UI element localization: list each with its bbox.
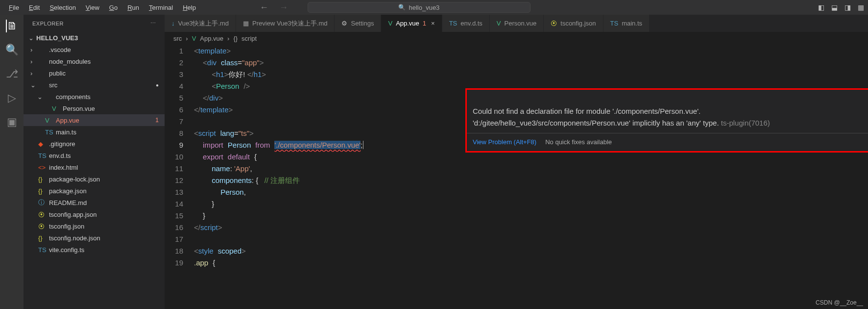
tree-tsconfig.node.json[interactable]: {}tsconfig.node.json [24, 232, 165, 244]
file-icon: V [45, 117, 54, 124]
debug-icon[interactable]: ▷ [8, 92, 16, 104]
file-icon: {} [38, 234, 47, 242]
file-icon: ⦿ [38, 211, 47, 218]
file-icon: {} [38, 176, 47, 183]
explorer-icon[interactable]: 🗎 [6, 20, 18, 32]
file-icon: TS [610, 20, 619, 27]
file-icon: ⚙ [341, 20, 347, 27]
view-problem-link[interactable]: View Problem (Alt+F8) [473, 136, 536, 148]
no-quickfix-label: No quick fixes available [545, 136, 612, 148]
sidebar-title: EXPLORER [32, 21, 64, 26]
file-icon: V [52, 105, 61, 112]
file-icon: {} [38, 187, 47, 195]
tree-package.json[interactable]: {}package.json [24, 185, 165, 197]
tab-env.d.ts[interactable]: TSenv.d.ts [442, 15, 490, 32]
tree-App.vue[interactable]: VApp.vue1 [24, 114, 165, 126]
tooltip-line2: 'd:/gitee/hello_vue3/src/components/Pers… [473, 119, 719, 127]
tree-vite.config.ts[interactable]: TSvite.config.ts [24, 244, 165, 256]
search-icon[interactable]: 🔍 [5, 44, 19, 56]
tab-Person.vue[interactable]: VPerson.vue [490, 15, 544, 32]
tree-tsconfig.app.json[interactable]: ⦿tsconfig.app.json [24, 208, 165, 220]
sidebar-more-icon[interactable]: ⋯ [150, 20, 156, 26]
watermark: CSDN @__Zoe__ [816, 299, 863, 306]
layout-left-icon[interactable]: ◧ [818, 3, 824, 11]
scm-icon[interactable]: ⎇ [6, 68, 18, 80]
search-text: hello_vue3 [409, 4, 439, 11]
line-numbers: 12345678910111213141516171819 [165, 44, 194, 309]
menu-selection[interactable]: Selection [45, 4, 80, 11]
chevron-right-icon: › [186, 35, 188, 42]
project-root[interactable]: ⌄ HELLO_VUE3 [24, 32, 165, 44]
tree-.gitignore[interactable]: ◆.gitignore [24, 138, 165, 150]
layout-bottom-icon[interactable]: ⬓ [831, 3, 838, 11]
tab-tsconfig.json[interactable]: ⦿tsconfig.json [544, 15, 603, 32]
tab-Settings[interactable]: ⚙Settings [335, 15, 381, 32]
file-icon: <> [38, 164, 47, 171]
file-icon: TS [45, 129, 54, 136]
modified-dot: ● [156, 82, 159, 88]
tree-index.html[interactable]: <>index.html [24, 161, 165, 173]
braces-icon: {} [233, 35, 238, 42]
tree-package-lock.json[interactable]: {}package-lock.json [24, 173, 165, 185]
tree-src[interactable]: ⌄src● [24, 79, 165, 91]
extensions-icon[interactable]: ▣ [7, 116, 17, 129]
code-editor[interactable]: <template> <div class="app"> <h1>你好! </h… [194, 44, 868, 309]
chevron-down-icon: ⌄ [28, 34, 36, 42]
file-icon: V [497, 20, 501, 27]
layout-right-icon[interactable]: ◨ [844, 3, 851, 11]
chevron-right-icon: › [227, 35, 229, 42]
nav-arrows: ← → [260, 2, 288, 13]
file-icon: TS [38, 152, 47, 159]
layout-custom-icon[interactable]: ▦ [858, 3, 864, 11]
file-icon: ↓ [171, 20, 175, 27]
file-icon: ▦ [243, 20, 249, 27]
editor-area: ↓Vue3快速上手.md▦Preview Vue3快速上手.md⚙Setting… [165, 15, 868, 309]
menu-edit[interactable]: Edit [24, 4, 45, 11]
menubar: FileEditSelectionViewGoRunTerminalHelp ←… [0, 0, 868, 15]
file-icon: TS [449, 20, 458, 27]
nav-back-icon[interactable]: ← [260, 2, 268, 13]
tree-tsconfig.json[interactable]: ⦿tsconfig.json [24, 220, 165, 232]
tooltip-line1: Could not find a declaration file for mo… [473, 107, 700, 115]
tab-Vue3快速上手.md[interactable]: ↓Vue3快速上手.md [165, 15, 236, 32]
menu-terminal[interactable]: Terminal [144, 4, 178, 11]
menu-go[interactable]: Go [104, 4, 122, 11]
tab-App.vue[interactable]: VApp.vue1× [381, 15, 442, 32]
tree-README.md[interactable]: ⓘREADME.md [24, 197, 165, 208]
tree-node_modules[interactable]: ›node_modules [24, 55, 165, 67]
close-icon[interactable]: × [431, 20, 435, 27]
tab-bar: ↓Vue3快速上手.md▦Preview Vue3快速上手.md⚙Setting… [165, 15, 868, 32]
breadcrumb[interactable]: src› VApp.vue› {}script [165, 32, 868, 44]
file-icon: V [388, 20, 392, 27]
tree-main.ts[interactable]: TSmain.ts [24, 126, 165, 138]
error-tooltip: Could not find a declaration file for mo… [465, 88, 868, 153]
tree-components[interactable]: ⌄components [24, 91, 165, 103]
tree-.vscode[interactable]: ›.vscode [24, 44, 165, 55]
menu-view[interactable]: View [81, 4, 104, 11]
tab-main.ts[interactable]: TSmain.ts [603, 15, 650, 32]
tab-Preview Vue3快速上手.md[interactable]: ▦Preview Vue3快速上手.md [236, 15, 335, 32]
error-count: 1 [423, 20, 426, 27]
tree-public[interactable]: ›public [24, 67, 165, 79]
menu-file[interactable]: File [4, 4, 24, 11]
sidebar: EXPLORER ⋯ ⌄ HELLO_VUE3 ›.vscode›node_mo… [24, 15, 165, 309]
command-center[interactable]: 🔍 hello_vue3 [308, 2, 530, 13]
menu-run[interactable]: Run [122, 4, 144, 11]
tree-env.d.ts[interactable]: TSenv.d.ts [24, 150, 165, 161]
file-icon: ⦿ [38, 223, 47, 230]
file-icon: ⦿ [551, 20, 557, 27]
activity-bar: 🗎 🔍 ⎇ ▷ ▣ [0, 15, 24, 309]
tooltip-source: ts-plugin(7016) [721, 119, 770, 127]
tree-Person.vue[interactable]: VPerson.vue [24, 103, 165, 114]
vue-icon: V [192, 35, 196, 42]
menu-help[interactable]: Help [178, 4, 201, 11]
nav-fwd-icon[interactable]: → [279, 2, 288, 13]
file-icon: ⓘ [38, 198, 47, 207]
search-icon: 🔍 [398, 4, 406, 11]
file-icon: ◆ [38, 140, 47, 148]
file-icon: TS [38, 246, 47, 254]
error-badge: 1 [155, 117, 159, 124]
